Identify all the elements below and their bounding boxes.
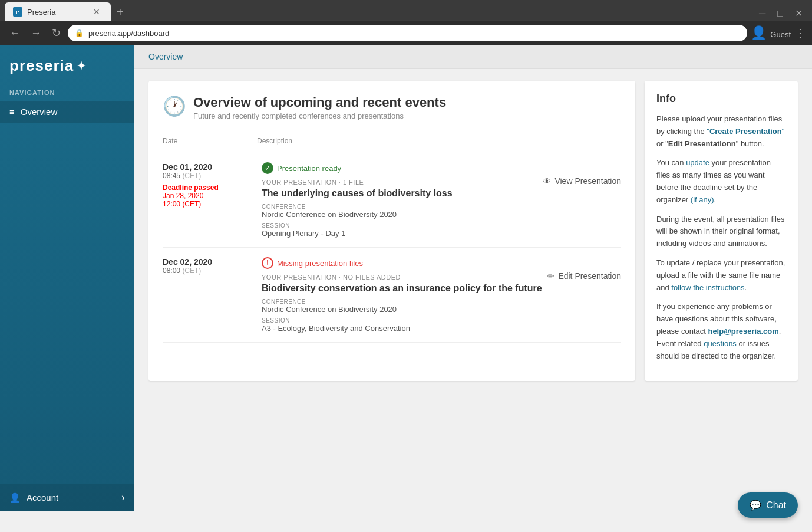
sidebar-account[interactable]: 👤 Account › bbox=[0, 484, 134, 511]
main-content: Overview 🕐 Overview of upcoming and rece… bbox=[134, 45, 812, 511]
info-paragraph-3: During the event, all presentation files… bbox=[656, 214, 786, 250]
deadline-date: Jan 28, 2020 bbox=[163, 192, 257, 200]
event-date-main: Dec 02, 2020 bbox=[163, 257, 257, 267]
address-bar-row: ← → ↻ 🔒 preseria.app/dashboard 👤 Guest ⋮ bbox=[0, 21, 812, 45]
conference-name: Nordic Conference on Biodiversity 2020 bbox=[262, 305, 543, 314]
window-controls: ─ □ ✕ bbox=[754, 5, 807, 21]
col-desc-header: Description bbox=[257, 137, 621, 145]
overview-card: 🕐 Overview of upcoming and recent events… bbox=[148, 81, 635, 381]
session-label: SESSION bbox=[262, 317, 543, 324]
info-paragraph-1: Please upload your presentation files by… bbox=[656, 113, 786, 150]
sidebar-item-label: Overview bbox=[21, 107, 58, 117]
tab-close-button[interactable]: ✕ bbox=[91, 6, 103, 18]
info-paragraph-5: If you experience any problems or have q… bbox=[656, 301, 786, 362]
refresh-button[interactable]: ↻ bbox=[48, 24, 64, 42]
event-info-col: ✓ Presentation ready YOUR PRESENTATION ·… bbox=[262, 162, 538, 238]
card-header-text: Overview of upcoming and recent events F… bbox=[193, 95, 446, 120]
view-icon: 👁 bbox=[543, 176, 551, 186]
browser-menu-button[interactable]: ⋮ bbox=[794, 26, 806, 40]
active-tab[interactable]: P Preseria ✕ bbox=[5, 2, 111, 21]
card-header: 🕐 Overview of upcoming and recent events… bbox=[163, 95, 621, 120]
edit-label: Edit Presentation bbox=[558, 271, 621, 281]
info-paragraph-4: To update / replace your presentation, u… bbox=[656, 257, 786, 294]
status-text: Presentation ready bbox=[277, 164, 341, 173]
chat-icon: 💬 bbox=[750, 500, 761, 511]
status-badge: ✓ Presentation ready bbox=[262, 162, 538, 174]
sidebar-nav-label: NAVIGATION bbox=[0, 84, 134, 100]
view-label: View Presentation bbox=[554, 176, 621, 186]
sidebar: preseria ✦ NAVIGATION ≡ Overview 👤 Accou… bbox=[0, 45, 134, 511]
profile-icon: 👤 bbox=[751, 25, 767, 40]
overview-icon: ≡ bbox=[9, 107, 15, 117]
create-presentation-link[interactable]: Create Presentation bbox=[709, 127, 782, 136]
presentation-title: Biodiversity conservation as an insuranc… bbox=[262, 283, 543, 294]
minimize-button[interactable]: ─ bbox=[754, 5, 770, 21]
event-date-main: Dec 01, 2020 bbox=[163, 162, 257, 172]
event-time: 08:00 (CET) bbox=[163, 267, 257, 275]
deadline-time: 12:00 (CET) bbox=[163, 200, 257, 208]
event-info-col: ! Missing presentation files YOUR PRESEN… bbox=[262, 257, 543, 333]
conference-label: CONFERENCE bbox=[262, 203, 538, 210]
sidebar-spacer bbox=[0, 124, 134, 484]
chat-label: Chat bbox=[766, 500, 786, 511]
account-icon: 👤 bbox=[9, 492, 21, 503]
event-action-col: ✏ Edit Presentation bbox=[547, 257, 621, 333]
breadcrumb: Overview bbox=[134, 45, 812, 69]
logo-icon: ✦ bbox=[76, 58, 87, 74]
edit-icon: ✏ bbox=[547, 271, 554, 281]
maximize-button[interactable]: □ bbox=[773, 5, 788, 21]
logo-text: preseria bbox=[9, 57, 74, 75]
info-panel: Info Please upload your presentation fil… bbox=[645, 81, 798, 381]
profile-label: Guest bbox=[770, 30, 791, 39]
event-date-col: Dec 02, 2020 08:00 (CET) bbox=[163, 257, 257, 333]
tab-bar: P Preseria ✕ + ─ □ ✕ bbox=[0, 0, 812, 21]
back-button[interactable]: ← bbox=[6, 25, 24, 42]
table-row: Dec 01, 2020 08:45 (CET) Deadline passed… bbox=[163, 153, 621, 248]
tab-title: Preseria bbox=[27, 8, 55, 17]
profile-button[interactable]: 👤 Guest bbox=[751, 25, 791, 41]
chat-button[interactable]: 💬 Chat bbox=[738, 492, 798, 518]
conference-name: Nordic Conference on Biodiversity 2020 bbox=[262, 210, 538, 219]
chevron-icon: › bbox=[121, 491, 125, 504]
view-presentation-button[interactable]: 👁 View Presentation bbox=[543, 176, 621, 186]
session-name: Opening Plenary - Day 1 bbox=[262, 229, 538, 238]
tab-favicon: P bbox=[13, 7, 22, 17]
presentation-meta: YOUR PRESENTATION · NO FILES ADDED bbox=[262, 274, 543, 281]
conference-label: CONFERENCE bbox=[262, 298, 543, 305]
table-row: Dec 02, 2020 08:00 (CET) ! Missing prese… bbox=[163, 248, 621, 343]
table-header: Date Description bbox=[163, 132, 621, 150]
sidebar-logo: preseria ✦ bbox=[0, 45, 134, 84]
presentation-meta: YOUR PRESENTATION · 1 FILE bbox=[262, 179, 538, 186]
sidebar-item-overview[interactable]: ≡ Overview bbox=[0, 101, 134, 123]
url-text: preseria.app/dashboard bbox=[88, 29, 740, 38]
event-action-col: 👁 View Presentation bbox=[543, 162, 621, 238]
col-date-header: Date bbox=[163, 137, 257, 145]
status-badge: ! Missing presentation files bbox=[262, 257, 543, 269]
app-layout: preseria ✦ NAVIGATION ≡ Overview 👤 Accou… bbox=[0, 45, 812, 511]
warning-icon: ! bbox=[262, 257, 273, 269]
check-icon: ✓ bbox=[262, 162, 273, 174]
session-label: SESSION bbox=[262, 222, 538, 229]
account-label: Account bbox=[27, 492, 58, 503]
edit-presentation-link[interactable]: Edit Presentationn bbox=[668, 139, 736, 148]
info-title: Info bbox=[656, 93, 786, 105]
new-tab-button[interactable]: + bbox=[111, 3, 130, 21]
close-window-button[interactable]: ✕ bbox=[790, 5, 807, 21]
presentation-title: The underlying causes of biodiversity lo… bbox=[262, 188, 538, 199]
edit-presentation-button[interactable]: ✏ Edit Presentation bbox=[547, 271, 621, 281]
card-title: Overview of upcoming and recent events bbox=[193, 95, 446, 110]
event-date-col: Dec 01, 2020 08:45 (CET) Deadline passed… bbox=[163, 162, 257, 238]
address-bar[interactable]: 🔒 preseria.app/dashboard bbox=[68, 25, 747, 41]
content-area: 🕐 Overview of upcoming and recent events… bbox=[134, 69, 812, 393]
card-subtitle: Future and recently completed conference… bbox=[193, 111, 446, 120]
support-email[interactable]: help@preseria.com bbox=[708, 327, 778, 336]
info-paragraph-2: You can update your presentation files a… bbox=[656, 157, 786, 206]
status-text: Missing presentation files bbox=[277, 259, 363, 268]
forward-button[interactable]: → bbox=[27, 25, 45, 42]
event-time: 08:45 (CET) bbox=[163, 172, 257, 180]
lock-icon: 🔒 bbox=[75, 29, 84, 37]
breadcrumb-text: Overview bbox=[148, 52, 183, 61]
session-name: A3 - Ecology, Biodiversity and Conservat… bbox=[262, 324, 543, 333]
clock-icon: 🕐 bbox=[163, 95, 186, 117]
deadline-label: Deadline passed bbox=[163, 183, 257, 192]
